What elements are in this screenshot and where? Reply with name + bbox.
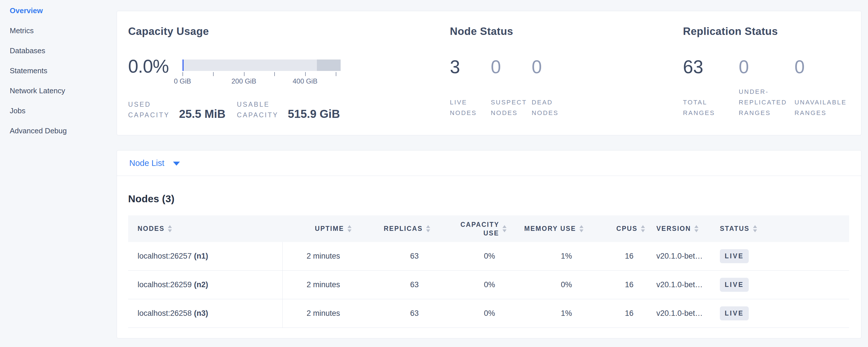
memory-use-cell: 1% [506,299,583,327]
sidebar-item-statements[interactable]: Statements [0,61,117,81]
node-id: (n3) [194,309,208,318]
total-ranges-label: TOTAL RANGES [683,86,739,118]
under-replicated-ranges-label: UNDER-REPLICATED RANGES [739,86,795,118]
sidebar-item-network-latency[interactable]: Network Latency [0,81,117,101]
sidebar-item-metrics[interactable]: Metrics [0,21,117,41]
capacity-gauge: 0.0% 0 GiB 200 GiB 400 GiB [128,57,450,86]
uptime-cell: 2 minutes [283,271,351,299]
column-header-replicas-label: REPLICAS [384,225,423,232]
node-address: localhost:26257 [137,252,192,261]
usable-capacity-value: 515.9 GiB [288,108,340,120]
node-id: (n2) [194,280,208,289]
sort-icon[interactable] [347,225,351,232]
cpus-cell: 16 [583,271,645,299]
column-header-capacity-use[interactable]: CAPACITY USE [430,215,506,242]
column-header-memory-use-label: MEMORY USE [524,225,576,232]
node-list-dropdown-label: Node List [129,158,164,168]
column-header-cpus[interactable]: CPUS [583,215,645,242]
node-status-section: Node Status 3 LIVE NODES 0 SUSPECT NODES… [450,11,683,135]
capacity-bar-used-segment [183,60,184,71]
sort-icon[interactable] [502,225,506,232]
replication-status-stats: 63 TOTAL RANGES 0 UNDER-REPLICATED RANGE… [683,58,861,118]
node-address: localhost:26259 [137,280,192,289]
unavailable-ranges-value: 0 [795,58,850,76]
capacity-use-cell: 0% [430,299,506,327]
column-header-version-label: VERSION [656,225,691,232]
replicas-cell: 63 [351,299,430,327]
sort-icon[interactable] [580,225,583,232]
node-list-card: Node List Nodes (3) NODES UPTIME [117,150,861,339]
uptime-cell: 2 minutes [283,242,351,270]
node-status-title: Node Status [450,26,683,37]
used-capacity-stat: USED CAPACITY 25.5 MiB [128,99,225,120]
version-cell: v20.1.0-bet… [645,299,715,327]
status-cell: LIVE [715,242,849,270]
table-row-node-2[interactable]: localhost:26259 (n2) 2 minutes 63 0% 0% … [128,271,849,299]
suspect-nodes-stat: 0 SUSPECT NODES [491,58,532,118]
column-header-status-label: STATUS [720,225,750,232]
capacity-stats: USED CAPACITY 25.5 MiB USABLE CAPACITY 5… [128,99,450,120]
cpus-cell: 16 [583,299,645,327]
cpus-cell: 16 [583,242,645,270]
column-header-nodes[interactable]: NODES [128,215,283,242]
dead-nodes-stat: 0 DEAD NODES [532,58,572,118]
usable-capacity-label: USABLE CAPACITY [237,99,280,120]
suspect-nodes-label: SUSPECT NODES [491,86,532,118]
used-capacity-value: 25.5 MiB [179,108,225,120]
capacity-axis-ticks [183,71,341,76]
capacity-usage-section: Capacity Usage 0.0% 0 GiB 200 Gi [128,11,450,135]
replicas-cell: 63 [351,271,430,299]
column-header-memory-use[interactable]: MEMORY USE [506,215,583,242]
cluster-summary-card: Capacity Usage 0.0% 0 GiB 200 Gi [117,11,861,135]
nodes-table: NODES UPTIME REPLICAS CAPACITY USE [128,215,849,328]
version-cell: v20.1.0-bet… [645,271,715,299]
capacity-use-cell: 0% [430,242,506,270]
sort-icon[interactable] [641,225,645,232]
node-list-body: Nodes (3) NODES UPTIME REPLICAS [117,192,861,328]
sort-icon[interactable] [753,225,757,232]
node-id: (n1) [194,252,208,261]
node-address-cell: localhost:26258 (n3) [128,299,283,327]
sort-icon[interactable] [168,225,172,232]
under-replicated-ranges-value: 0 [739,58,795,76]
node-list-dropdown[interactable]: Node List [129,158,180,168]
memory-use-cell: 0% [506,271,583,299]
sidebar-item-advanced-debug[interactable]: Advanced Debug [0,121,117,141]
status-badge: LIVE [720,249,749,263]
column-header-status[interactable]: STATUS [715,215,849,242]
column-header-cpus-label: CPUS [616,225,638,232]
chevron-down-icon [173,162,180,166]
sidebar-item-overview[interactable]: Overview [0,1,117,21]
nodes-table-header: NODES UPTIME REPLICAS CAPACITY USE [128,215,849,242]
node-address-cell: localhost:26257 (n1) [128,242,283,270]
total-ranges-value: 63 [683,58,739,76]
sidebar-item-databases[interactable]: Databases [0,41,117,61]
sidebar: Overview Metrics Databases Statements Ne… [0,0,117,347]
sort-icon[interactable] [694,225,699,232]
usable-capacity-stat: USABLE CAPACITY 515.9 GiB [237,99,340,120]
used-capacity-label: USED CAPACITY [128,99,172,120]
table-row-node-1[interactable]: localhost:26257 (n1) 2 minutes 63 0% 1% … [128,242,849,271]
column-header-replicas[interactable]: REPLICAS [351,215,430,242]
dead-nodes-value: 0 [532,58,572,76]
unavailable-ranges-label: UNAVAILABLE RANGES [795,86,850,118]
nodes-section-title: Nodes (3) [128,192,849,205]
node-address: localhost:26258 [137,309,192,318]
column-header-capacity-use-label: CAPACITY USE [461,220,499,238]
sort-icon[interactable] [426,225,430,232]
capacity-gauge-bar: 0 GiB 200 GiB 400 GiB [183,57,341,86]
under-replicated-ranges-stat: 0 UNDER-REPLICATED RANGES [739,58,795,118]
column-header-uptime[interactable]: UPTIME [283,215,351,242]
live-nodes-label: LIVE NODES [450,86,491,118]
capacity-use-cell: 0% [430,271,506,299]
column-header-version[interactable]: VERSION [645,215,715,242]
axis-label-0: 0 GiB [174,77,191,85]
node-address-cell: localhost:26259 (n2) [128,271,283,299]
column-header-uptime-label: UPTIME [315,225,344,232]
memory-use-cell: 1% [506,242,583,270]
capacity-bar [183,60,341,71]
sidebar-item-jobs[interactable]: Jobs [0,101,117,121]
replication-status-title: Replication Status [683,26,861,37]
table-row-node-3[interactable]: localhost:26258 (n3) 2 minutes 63 0% 1% … [128,299,849,328]
axis-label-400: 400 GiB [292,77,317,85]
